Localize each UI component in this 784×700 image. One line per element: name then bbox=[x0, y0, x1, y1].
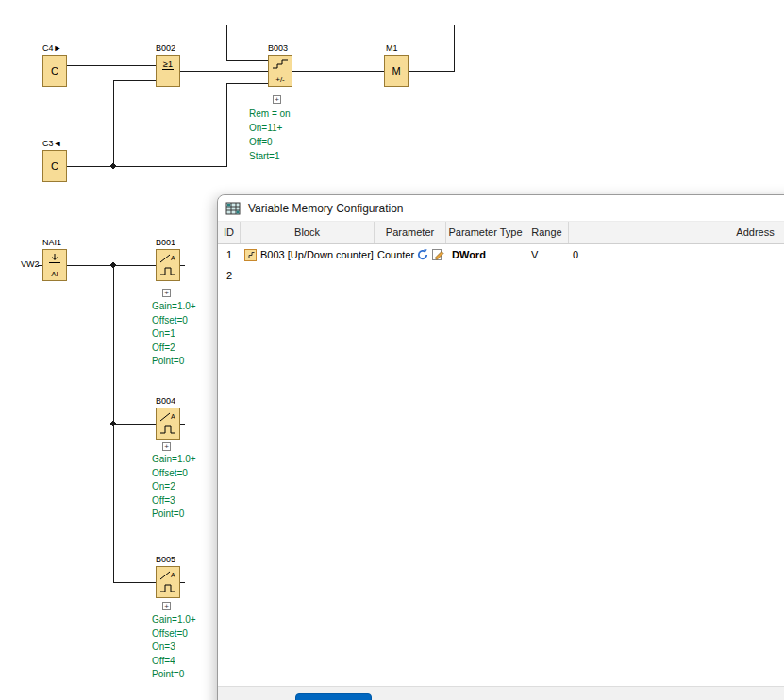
dialog-title: Variable Memory Configuration bbox=[248, 202, 404, 215]
block-c3[interactable]: C3◄ C bbox=[42, 150, 67, 182]
cell-address: 0 bbox=[569, 244, 784, 265]
cursor-key-icon: C bbox=[42, 55, 67, 87]
cell-address bbox=[569, 265, 784, 286]
cell-type: DWord bbox=[446, 244, 525, 265]
svg-text:A: A bbox=[171, 413, 175, 420]
column-header-address[interactable]: Address bbox=[569, 222, 784, 243]
cursor-key-icon: C bbox=[42, 150, 67, 182]
b005-expand-icon[interactable]: + bbox=[162, 602, 171, 610]
b004-expand-icon[interactable]: + bbox=[162, 442, 171, 451]
analog-threshold-trigger-icon: A bbox=[156, 408, 180, 440]
block-nai1-label: NAI1 bbox=[42, 238, 61, 247]
block-b002[interactable]: B002 ≥1 bbox=[156, 55, 180, 87]
column-header-range[interactable]: Range bbox=[525, 222, 569, 243]
block-c4-label: C4► bbox=[42, 43, 61, 53]
cell-range: V bbox=[525, 244, 569, 265]
b003-parameter-text: Rem = on On=11+ Off=0 Start=1 bbox=[249, 107, 291, 163]
block-m1[interactable]: M1 M bbox=[384, 55, 409, 87]
flag-icon: M bbox=[384, 55, 409, 87]
cell-block bbox=[241, 265, 375, 286]
or-gate-icon: ≥1 bbox=[156, 55, 180, 87]
ok-button[interactable] bbox=[295, 693, 372, 700]
block-b005-label: B005 bbox=[156, 555, 175, 564]
block-nai1[interactable]: NAI1 AI bbox=[42, 249, 67, 281]
dialog-icon bbox=[225, 201, 241, 216]
block-b005[interactable]: B005 A bbox=[156, 566, 180, 598]
cell-block: B003 [Up/Down counter] bbox=[241, 244, 375, 265]
block-m1-label: M1 bbox=[386, 43, 398, 53]
cell-parameter: Counter bbox=[375, 244, 446, 265]
down-arrow-icon bbox=[45, 253, 64, 265]
table-header: ID Block Parameter Parameter Type Range … bbox=[218, 222, 784, 244]
block-c3-label: C3◄ bbox=[42, 139, 61, 148]
svg-text:A: A bbox=[171, 255, 175, 261]
column-header-type[interactable]: Parameter Type bbox=[446, 222, 525, 243]
block-b002-label: B002 bbox=[156, 43, 175, 53]
reference-refresh-icon[interactable] bbox=[416, 248, 429, 261]
cell-range bbox=[525, 265, 569, 286]
cell-type bbox=[446, 265, 525, 286]
cell-id: 1 bbox=[218, 244, 241, 265]
cell-id: 2 bbox=[218, 265, 241, 286]
ramp-pulse-icon: A bbox=[158, 252, 178, 278]
updown-counter-icon: +/- bbox=[268, 55, 292, 87]
analog-threshold-trigger-icon: A bbox=[156, 566, 180, 598]
b004-parameter-text: Gain=1.0+ Offset=0 On=2 Off=3 Point=0 bbox=[152, 453, 196, 522]
b003-expand-icon[interactable]: + bbox=[273, 95, 281, 104]
pin-label-vw2: VW2 bbox=[21, 259, 40, 269]
block-type-icon bbox=[244, 249, 257, 261]
cell-block-text: B003 [Up/Down counter] bbox=[260, 244, 374, 265]
column-header-id[interactable]: ID bbox=[218, 222, 241, 243]
table-row[interactable]: 2 bbox=[218, 265, 784, 286]
fbd-editor-canvas[interactable]: C4► C B002 ≥1 B003 +/- M1 M C3◄ C + Rem bbox=[0, 0, 784, 700]
block-b001[interactable]: B001 A bbox=[156, 249, 180, 281]
block-c4[interactable]: C4► C bbox=[42, 55, 67, 87]
variable-memory-dialog: Variable Memory Configuration ID Block P… bbox=[217, 194, 784, 700]
analog-input-icon: AI bbox=[42, 249, 67, 281]
column-header-block[interactable]: Block bbox=[241, 222, 375, 243]
table-body: 1 B003 [Up/Down counter] Counter bbox=[218, 244, 784, 286]
b001-parameter-text: Gain=1.0+ Offset=0 On=1 Off=2 Point=0 bbox=[152, 300, 196, 369]
cell-parameter bbox=[375, 265, 446, 286]
table-row[interactable]: 1 B003 [Up/Down counter] Counter bbox=[218, 244, 784, 265]
column-header-parameter[interactable]: Parameter bbox=[375, 222, 446, 243]
block-b004[interactable]: B004 A bbox=[156, 408, 180, 440]
block-b004-label: B004 bbox=[156, 396, 175, 406]
b001-expand-icon[interactable]: + bbox=[162, 289, 171, 297]
svg-text:A: A bbox=[171, 572, 175, 578]
counter-stairs-icon bbox=[271, 58, 290, 70]
cell-parameter-text: Counter bbox=[377, 244, 414, 265]
block-b001-label: B001 bbox=[156, 238, 175, 247]
edit-parameter-icon[interactable] bbox=[431, 248, 444, 261]
dialog-titlebar[interactable]: Variable Memory Configuration bbox=[218, 195, 784, 222]
dialog-footer bbox=[218, 686, 784, 700]
analog-threshold-trigger-icon: A bbox=[156, 249, 180, 281]
block-b003-label: B003 bbox=[268, 43, 288, 53]
block-b003[interactable]: B003 +/- bbox=[268, 55, 292, 87]
ramp-pulse-icon: A bbox=[158, 410, 178, 437]
b005-parameter-text: Gain=1.0+ Offset=0 On=3 Off=4 Point=0 bbox=[152, 613, 196, 682]
ramp-pulse-icon: A bbox=[158, 569, 178, 595]
